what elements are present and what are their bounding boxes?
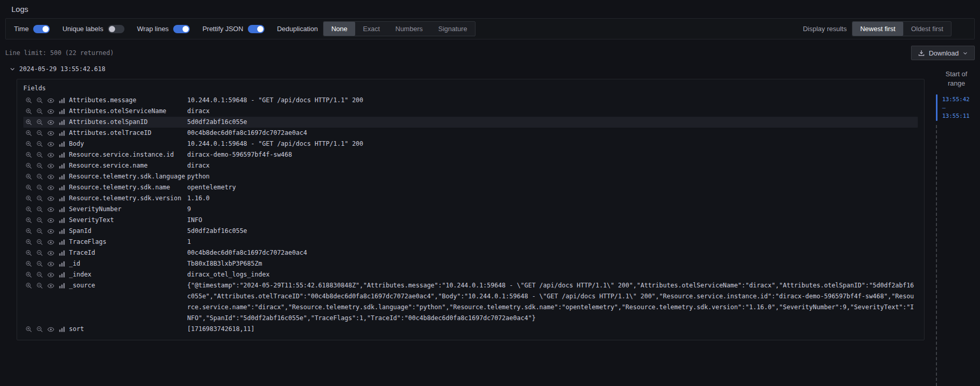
field-stats-icon[interactable] [59, 97, 65, 104]
filter-for-value-icon[interactable] [25, 217, 32, 224]
eye-icon[interactable] [47, 250, 54, 257]
eye-icon[interactable] [47, 195, 54, 202]
field-row-actions [25, 280, 69, 290]
filter-for-value-icon[interactable] [25, 108, 32, 115]
eye-icon[interactable] [47, 228, 54, 235]
filter-out-value-icon[interactable] [36, 173, 43, 181]
toggle-knob [257, 26, 263, 32]
eye-icon[interactable] [47, 184, 54, 191]
option-signature[interactable]: Signature [430, 22, 475, 36]
filter-for-value-icon[interactable] [25, 195, 32, 202]
filter-for-value-icon[interactable] [25, 162, 32, 170]
field-name: Resource.telemetry.sdk.version [69, 193, 187, 204]
filter-for-value-icon[interactable] [25, 250, 32, 257]
field-stats-icon[interactable] [59, 250, 65, 257]
eye-icon[interactable] [47, 217, 54, 224]
eye-icon[interactable] [47, 119, 54, 126]
field-stats-icon[interactable] [59, 326, 65, 333]
filter-out-value-icon[interactable] [36, 282, 43, 290]
collapse-row-chevron-icon[interactable] [9, 66, 16, 72]
eye-icon[interactable] [47, 271, 54, 279]
field-stats-icon[interactable] [59, 228, 65, 235]
option-numbers[interactable]: Numbers [388, 22, 431, 36]
filter-for-value-icon[interactable] [25, 206, 32, 213]
filter-for-value-icon[interactable] [25, 151, 32, 159]
toggle-switch[interactable] [108, 25, 124, 33]
filter-out-value-icon[interactable] [36, 97, 43, 104]
field-value: [1716983742618,11] [187, 324, 916, 335]
filter-for-value-icon[interactable] [25, 228, 32, 235]
filter-for-value-icon[interactable] [25, 184, 32, 191]
filter-out-value-icon[interactable] [36, 239, 43, 246]
log-row[interactable]: 2024-05-29 13:55:42.618 [5, 63, 931, 75]
download-button[interactable]: Download [911, 46, 975, 60]
eye-icon[interactable] [47, 130, 54, 137]
toggle-switch[interactable] [33, 25, 50, 33]
filter-for-value-icon[interactable] [25, 271, 32, 279]
option-exact[interactable]: Exact [355, 22, 388, 36]
field-stats-icon[interactable] [59, 173, 65, 181]
filter-for-value-icon[interactable] [25, 239, 32, 246]
filter-out-value-icon[interactable] [36, 217, 43, 224]
toggle-switch[interactable] [173, 25, 190, 33]
filter-for-value-icon[interactable] [25, 260, 32, 268]
field-stats-icon[interactable] [59, 217, 65, 224]
field-name: Resource.service.instance.id [69, 149, 187, 160]
field-stats-icon[interactable] [59, 206, 65, 213]
filter-out-value-icon[interactable] [36, 195, 43, 202]
field-stats-icon[interactable] [59, 271, 65, 279]
filter-out-value-icon[interactable] [36, 260, 43, 268]
field-stats-icon[interactable] [59, 260, 65, 268]
filter-for-value-icon[interactable] [25, 173, 32, 181]
option-none[interactable]: None [324, 22, 355, 36]
filter-for-value-icon[interactable] [25, 97, 32, 104]
filter-out-value-icon[interactable] [36, 271, 43, 279]
eye-icon[interactable] [47, 282, 54, 290]
option-newest-first[interactable]: Newest first [852, 22, 903, 36]
eye-icon[interactable] [47, 206, 54, 213]
filter-for-value-icon[interactable] [25, 326, 32, 333]
toolbar-toggle: Unique labels [62, 25, 124, 33]
filter-out-value-icon[interactable] [36, 326, 43, 333]
eye-icon[interactable] [47, 239, 54, 246]
eye-icon[interactable] [47, 141, 54, 148]
eye-icon[interactable] [47, 173, 54, 181]
filter-out-value-icon[interactable] [36, 130, 43, 137]
eye-icon[interactable] [47, 162, 54, 170]
field-row: Resource.telemetry.sdk.name opentelemetr… [23, 182, 918, 193]
field-stats-icon[interactable] [59, 119, 65, 126]
filter-out-value-icon[interactable] [36, 206, 43, 213]
field-stats-icon[interactable] [59, 108, 65, 115]
filter-out-value-icon[interactable] [36, 108, 43, 115]
filter-out-value-icon[interactable] [36, 151, 43, 159]
nav-current-page[interactable]: 13:55:42 — 13:55:11 [936, 94, 977, 121]
toggle-switch[interactable] [248, 25, 264, 33]
field-stats-icon[interactable] [59, 141, 65, 148]
field-stats-icon[interactable] [59, 195, 65, 202]
field-value: 10.244.0.1:59648 - "GET /api/docs HTTP/1… [187, 95, 916, 106]
dedup-group: NoneExactNumbersSignature [323, 21, 475, 36]
field-stats-icon[interactable] [59, 151, 65, 159]
field-stats-icon[interactable] [59, 162, 65, 170]
filter-out-value-icon[interactable] [36, 228, 43, 235]
filter-out-value-icon[interactable] [36, 250, 43, 257]
option-oldest-first[interactable]: Oldest first [903, 22, 951, 36]
eye-icon[interactable] [47, 260, 54, 268]
filter-out-value-icon[interactable] [36, 162, 43, 170]
eye-icon[interactable] [47, 108, 54, 115]
field-stats-icon[interactable] [59, 282, 65, 290]
field-value: 9 [187, 204, 916, 215]
filter-for-value-icon[interactable] [25, 130, 32, 137]
eye-icon[interactable] [47, 151, 54, 159]
field-stats-icon[interactable] [59, 239, 65, 246]
field-stats-icon[interactable] [59, 130, 65, 137]
field-stats-icon[interactable] [59, 184, 65, 191]
filter-out-value-icon[interactable] [36, 119, 43, 126]
filter-out-value-icon[interactable] [36, 184, 43, 191]
filter-for-value-icon[interactable] [25, 282, 32, 290]
eye-icon[interactable] [47, 326, 54, 333]
eye-icon[interactable] [47, 97, 54, 104]
filter-out-value-icon[interactable] [36, 141, 43, 148]
filter-for-value-icon[interactable] [25, 119, 32, 126]
filter-for-value-icon[interactable] [25, 141, 32, 148]
